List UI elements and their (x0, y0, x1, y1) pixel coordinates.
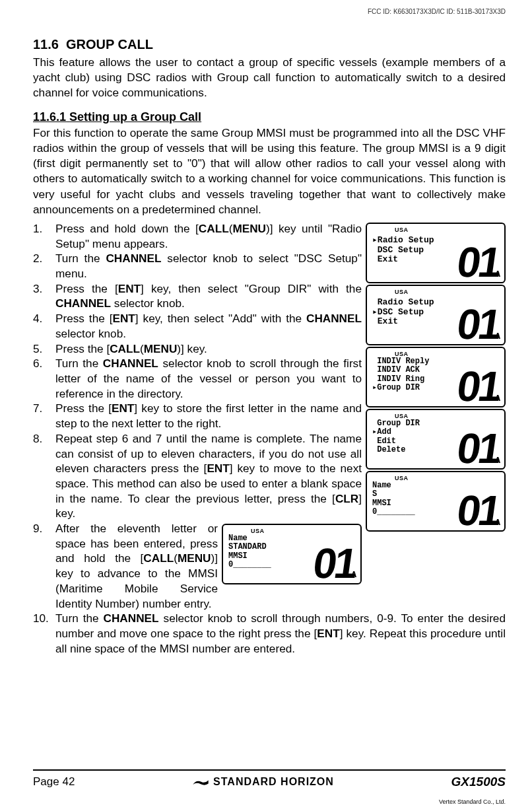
lcd-screen-6: USA Name STANDARD MMSI 0________ 01 A (222, 524, 362, 584)
section-title: GROUP CALL (66, 37, 153, 52)
step-8: 8. Repeat step 6 and 7 until the name is… (33, 431, 506, 521)
step-2: 2. Turn the CHANNEL selector knob to sel… (33, 251, 506, 281)
step-1: 1. Press and hold down the [CALL(MENU)] … (33, 221, 506, 251)
lcd-figure-9: USA Name STANDARD MMSI 0________ 01 A (222, 524, 362, 586)
subsection-intro: For this function to operate the same Gr… (33, 125, 506, 217)
step-3: 3. Press the [ENT] key, then select "Gro… (33, 281, 506, 311)
section-heading: 11.6 GROUP CALL (33, 37, 506, 52)
step-4: 4. Press the [ENT] key, then select "Add… (33, 311, 506, 341)
model-number: GX1500S (451, 775, 506, 789)
fcc-id: FCC ID: K6630173X3D/IC ID: 511B-30173X3D (368, 8, 506, 15)
procedure-list: 1. Press and hold down the [CALL(MENU)] … (33, 221, 506, 656)
lcd-channel: 01 (314, 545, 355, 581)
page-footer: Page 42 STANDARD HORIZON GX1500S (33, 769, 506, 789)
section-number: 11.6 (33, 37, 59, 52)
page-number: Page 42 (33, 775, 75, 789)
step-5: 5. Press the [CALL(MENU)] key. (33, 341, 506, 357)
step-9: 9. USA Name STANDARD MMSI 0________ 01 A… (33, 521, 506, 611)
subsection-number: 11.6.1 (33, 110, 66, 123)
step-10: 10. Turn the CHANNEL selector knob to sc… (33, 611, 506, 656)
subsection-title: Setting up a Group Call (69, 110, 201, 123)
brand-logo: STANDARD HORIZON (192, 776, 334, 788)
company-footer: Vertex Standard Co., Ltd. (439, 798, 506, 805)
brand-text: STANDARD HORIZON (213, 776, 334, 788)
lcd-sub-a: A (351, 569, 356, 580)
swoosh-icon (192, 777, 209, 787)
lcd-menu-text: Name STANDARD MMSI 0________ (228, 534, 271, 570)
step-6: 6. Turn the CHANNEL selector knob to scr… (33, 356, 506, 401)
subsection-heading: 11.6.1 Setting up a Group Call (33, 110, 506, 124)
step-7: 7. Press the [ENT] key to store the firs… (33, 401, 506, 431)
section-intro: This feature allows the user to contact … (33, 55, 506, 101)
